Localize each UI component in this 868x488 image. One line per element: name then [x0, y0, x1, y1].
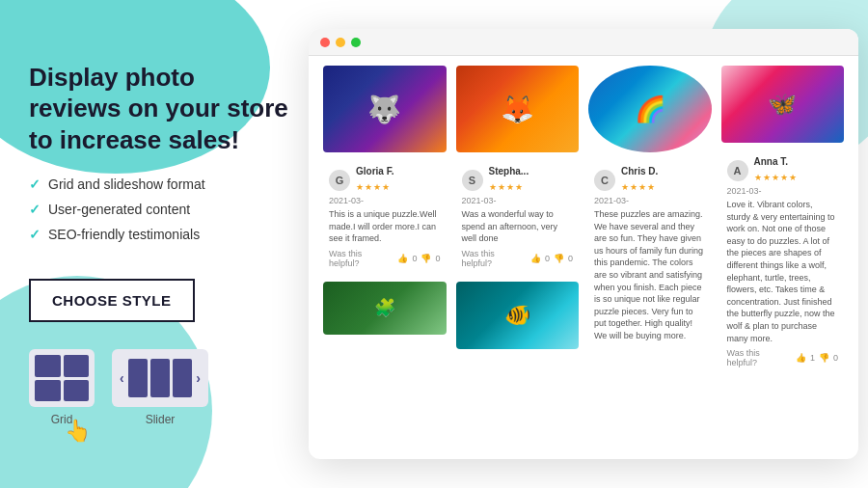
- thumbs-down-icon-gloria: 👎: [420, 254, 431, 263]
- browser-bar: [309, 29, 858, 56]
- review-date-chris: 2021-03-: [594, 196, 706, 205]
- check-icon-2: ✓: [29, 202, 41, 217]
- reviewer-row-chris: C Chris D. ★★★★: [594, 166, 706, 194]
- stars-stepha: ★★★★: [489, 182, 524, 192]
- thumbs-up-icon-stepha: 👍: [530, 254, 541, 263]
- review-col-3: 🌈 C Chris D. ★★★★ 2021-03- These puzzles…: [583, 66, 717, 449]
- fox-image: 🦊: [456, 66, 580, 152]
- review-text-gloria: This is a unique puzzle.Well made.I will…: [329, 208, 441, 245]
- stars-gloria: ★★★★: [356, 182, 391, 192]
- review-col-1: 🐺 G Gloria F. ★★★★ 2021-03- This is a un…: [318, 66, 451, 449]
- stars-chris: ★★★★: [621, 182, 656, 192]
- wolf-image: 🐺: [323, 66, 447, 152]
- slider-cell-1: [128, 359, 148, 397]
- avatar-stepha: S: [462, 170, 483, 191]
- features-list: ✓ Grid and slideshow format ✓ User-gener…: [29, 176, 289, 252]
- reviewer-row-anna: A Anna T. ★★★★★: [727, 156, 839, 184]
- review-col-2: 🦊 S Stepha... ★★★★ 2021-03- Was a wonder…: [451, 66, 584, 449]
- avatar-chris: C: [594, 170, 615, 191]
- review-date-gloria: 2021-03-: [329, 196, 441, 205]
- browser-dot-yellow: [336, 38, 345, 47]
- grid-icon: [29, 349, 95, 407]
- thumbs-down-icon-stepha: 👎: [554, 254, 564, 263]
- thumbs-up-icon-gloria: 👍: [397, 254, 408, 263]
- feature-item-2: ✓ User-generated content: [29, 202, 289, 217]
- avatar-gloria: G: [329, 170, 350, 191]
- butterfly-image: 🦋: [721, 66, 845, 143]
- browser-dot-red: [320, 38, 330, 47]
- feature-item-3: ✓ SEO-friendly testimonials: [29, 227, 289, 242]
- choose-style-button[interactable]: CHOOSE STYLE: [29, 279, 195, 322]
- slider-cells: [128, 359, 193, 397]
- headline: Display photo reviews on your store to i…: [29, 62, 289, 156]
- fish-image: 🐠: [456, 282, 580, 349]
- reviewer-name-gloria: Gloria F.: [356, 166, 393, 176]
- reviewer-name-anna: Anna T.: [754, 156, 798, 167]
- stars-anna: ★★★★★: [754, 173, 798, 182]
- slider-style-option[interactable]: ‹ › Slider: [112, 349, 208, 426]
- feature-item-1: ✓ Grid and slideshow format: [29, 176, 289, 192]
- reviewer-name-chris: Chris D.: [621, 166, 658, 176]
- review-text-anna: Love it. Vibrant colors, sturdy & very e…: [727, 199, 839, 344]
- grid-cell-1: [35, 355, 61, 377]
- grid-style-option[interactable]: Grid 👆: [29, 349, 95, 426]
- slider-left-arrow: ‹: [120, 370, 124, 386]
- puzzle-image-bottom-col1: 🧩: [323, 282, 447, 335]
- slider-right-arrow: ›: [196, 370, 201, 386]
- review-text-chris: These puzzles are amazing. We have sever…: [594, 208, 706, 342]
- review-card-stepha: S Stepha... ★★★★ 2021-03- Was a wonderfu…: [456, 160, 580, 274]
- slider-cell-2: [150, 359, 170, 397]
- grid-cell-2: [64, 355, 90, 377]
- helpful-row-stepha: Was this helpful? 👍 0 👎 0: [462, 249, 574, 268]
- review-col-4: 🦋 A Anna T. ★★★★★ 2021-03- Love it. Vibr…: [717, 66, 850, 449]
- slider-cell-3: [173, 359, 192, 397]
- thumbs-down-icon-anna: 👎: [819, 353, 829, 363]
- review-date-anna: 2021-03-: [727, 186, 839, 196]
- helpful-row-gloria: Was this helpful? 👍 0 👎 0: [329, 249, 441, 268]
- review-card-gloria: G Gloria F. ★★★★ 2021-03- This is a uniq…: [323, 160, 447, 274]
- thumbs-up-icon-anna: 👍: [796, 353, 806, 363]
- cursor-hand-icon: 👆: [65, 419, 91, 444]
- check-icon-1: ✓: [29, 176, 41, 192]
- reviews-area: 🐺 G Gloria F. ★★★★ 2021-03- This is a un…: [309, 56, 858, 459]
- reviewer-row-gloria: G Gloria F. ★★★★: [329, 166, 441, 194]
- slider-label: Slider: [146, 413, 176, 426]
- circle-puzzle-image: 🌈: [588, 66, 712, 152]
- reviewer-name-stepha: Stepha...: [489, 166, 529, 176]
- left-panel: Display photo reviews on your store to i…: [0, 0, 318, 488]
- reviewer-row-stepha: S Stepha... ★★★★: [462, 166, 574, 194]
- grid-cell-3: [35, 380, 61, 402]
- browser-mockup: 🐺 G Gloria F. ★★★★ 2021-03- This is a un…: [309, 29, 858, 459]
- review-text-stepha: Was a wonderful way to spend an afternoo…: [462, 208, 574, 245]
- helpful-row-anna: Was this helpful? 👍 1 👎 0: [727, 348, 839, 367]
- avatar-anna: A: [727, 160, 748, 181]
- review-date-stepha: 2021-03-: [462, 196, 574, 205]
- browser-dot-green: [351, 38, 361, 47]
- grid-cell-4: [64, 380, 90, 402]
- review-card-anna: A Anna T. ★★★★★ 2021-03- Love it. Vibran…: [721, 150, 845, 373]
- style-options-row: Grid 👆 ‹ › Slider: [29, 349, 289, 426]
- check-icon-3: ✓: [29, 227, 41, 242]
- review-card-chris: C Chris D. ★★★★ 2021-03- These puzzles a…: [588, 160, 712, 348]
- slider-icon: ‹ ›: [112, 349, 208, 407]
